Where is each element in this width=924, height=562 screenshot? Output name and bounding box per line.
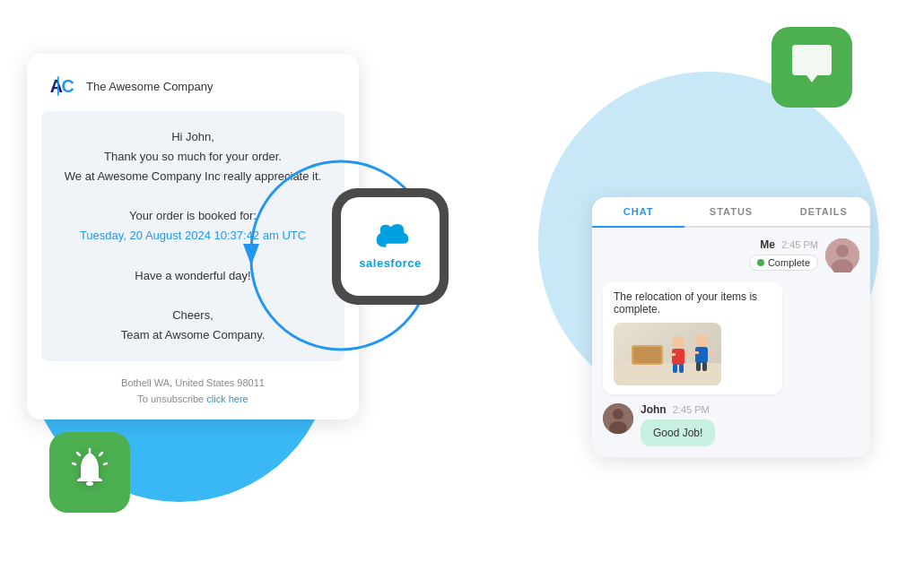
relocation-image [614, 323, 721, 385]
status-text: Complete [768, 257, 810, 268]
salesforce-card: salesforce [332, 188, 449, 305]
me-message-content: Me 2:45 PM Complete [749, 238, 818, 271]
svg-rect-17 [693, 351, 699, 354]
svg-text:C: C [61, 76, 74, 96]
email-unsubscribe: To unsubscribe click here [27, 392, 359, 408]
john-avatar [603, 403, 633, 434]
svg-line-26 [77, 453, 80, 455]
salesforce-cloud-icon [368, 224, 413, 255]
bell-icon [68, 447, 111, 498]
svg-point-22 [613, 409, 623, 419]
email-order-label: Your order is booked for: [59, 206, 327, 226]
svg-line-28 [73, 463, 75, 464]
john-meta: John 2:45 PM [641, 403, 715, 416]
me-status-badge: Complete [749, 255, 818, 271]
me-meta: Me 2:45 PM [749, 238, 818, 251]
email-line1: Thank you so much for your order. [59, 147, 327, 167]
email-order-date: Tuesday, 20 August 2024 10:37:42 am UTC [59, 226, 327, 246]
svg-rect-13 [673, 364, 677, 373]
email-footer: Bothell WA, United States 98011 To unsub… [27, 376, 359, 419]
relocation-text: The relocation of your items is complete… [614, 290, 771, 316]
chat-message-john: John 2:45 PM Good Job! [603, 403, 859, 446]
chat-bubble-app-icon [771, 27, 852, 108]
john-content: John 2:45 PM Good Job! [641, 403, 715, 446]
svg-rect-24 [86, 481, 93, 486]
chat-body: Me 2:45 PM Complete [592, 228, 870, 457]
me-time: 2:45 PM [781, 239, 818, 250]
svg-rect-12 [684, 353, 691, 356]
svg-rect-19 [696, 362, 701, 371]
company-logo: A C The Awesome Company [48, 70, 213, 102]
chat-tabs: CHAT STATUS DETAILS [592, 197, 870, 228]
john-bubble: Good Job! [641, 419, 715, 446]
svg-rect-14 [679, 364, 684, 373]
chat-bubble-icon [789, 39, 835, 95]
tab-status[interactable]: STATUS [684, 197, 777, 226]
svg-rect-16 [695, 347, 708, 363]
svg-rect-18 [708, 351, 714, 354]
svg-rect-8 [633, 347, 661, 363]
email-team: Team at Awsome Company. [59, 325, 327, 345]
svg-rect-10 [672, 349, 684, 365]
john-time: 2:45 PM [673, 404, 710, 415]
svg-point-15 [695, 334, 708, 347]
svg-point-9 [672, 336, 684, 349]
me-name: Me [760, 238, 775, 251]
email-body: Hi John, Thank you so much for your orde… [41, 111, 344, 361]
email-address: Bothell WA, United States 98011 [27, 376, 359, 392]
tab-chat[interactable]: CHAT [592, 197, 684, 228]
email-header: A C The Awesome Company [27, 54, 359, 111]
status-badge: Complete [749, 255, 818, 271]
notification-icon [49, 432, 130, 513]
relocation-bubble: The relocation of your items is complete… [603, 281, 782, 394]
salesforce-inner: salesforce [341, 197, 440, 296]
svg-rect-11 [669, 353, 676, 356]
chat-card: CHAT STATUS DETAILS Me 2:45 PM Complete [592, 197, 870, 457]
svg-point-4 [836, 245, 849, 257]
salesforce-label: salesforce [359, 256, 421, 270]
unsubscribe-link[interactable]: click here [206, 393, 248, 404]
me-avatar [825, 238, 859, 272]
logo-svg: A C [48, 70, 81, 102]
email-card: A C The Awesome Company Hi John, Thank y… [27, 54, 359, 419]
company-name: The Awesome Company [86, 80, 213, 93]
email-greeting: Hi John, [59, 127, 327, 147]
email-closing: Have a wonderful day! [59, 266, 327, 286]
john-name: John [641, 403, 667, 416]
svg-line-29 [104, 463, 107, 464]
chat-message-me: Me 2:45 PM Complete [603, 238, 859, 272]
svg-line-27 [100, 453, 102, 455]
chat-message-relocation: The relocation of your items is complete… [603, 281, 859, 394]
status-dot [757, 259, 764, 266]
svg-rect-20 [702, 362, 707, 371]
email-sign-off: Cheers, [59, 306, 327, 325]
email-line2: We at Awesome Company Inc really appreci… [59, 167, 327, 186]
tab-details[interactable]: DETAILS [778, 197, 870, 226]
